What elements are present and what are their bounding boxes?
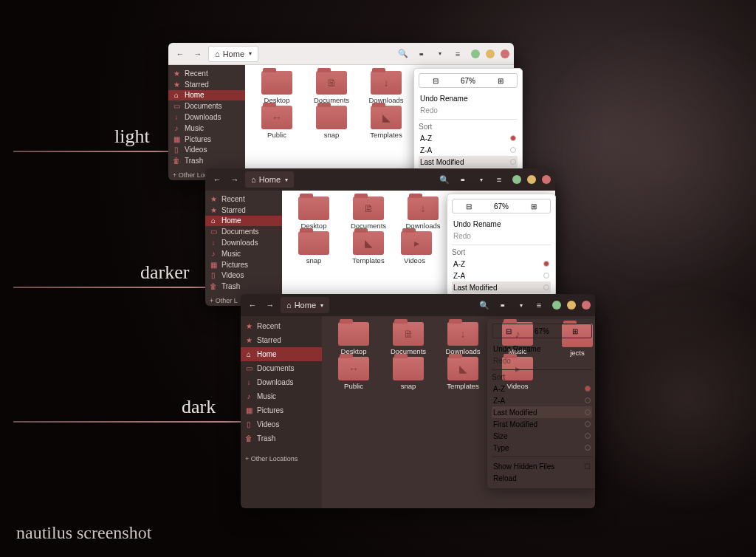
sidebar-item-starred[interactable]: ★Starred xyxy=(168,79,245,90)
path-home-chip[interactable]: ⌂ Home ▾ xyxy=(281,297,329,313)
folder-downloads[interactable]: ↓Downloads xyxy=(439,322,487,355)
view-dropdown[interactable]: ▾ xyxy=(433,47,447,61)
sidebar-item-downloads[interactable]: ↓Downloads xyxy=(205,237,282,248)
sidebar-item-music[interactable]: ♪Music xyxy=(168,123,245,134)
sort-last-modified[interactable]: Last Modified xyxy=(492,406,592,418)
menu-redo[interactable]: Redo xyxy=(452,230,551,242)
sidebar-item-downloads[interactable]: ↓Downloads xyxy=(241,375,322,389)
view-grid-button[interactable]: ▪▪ xyxy=(455,172,470,187)
search-button[interactable]: 🔍 xyxy=(437,172,452,187)
window-control-close[interactable] xyxy=(542,175,551,184)
window-control-max[interactable] xyxy=(486,49,495,58)
sort-az[interactable]: A-Z xyxy=(452,258,551,270)
sidebar-item-pictures[interactable]: ▦Pictures xyxy=(241,403,322,417)
sidebar-item-trash[interactable]: 🗑Trash xyxy=(241,431,322,445)
sidebar-item-home[interactable]: ⌂Home xyxy=(205,216,282,227)
folder-documents[interactable]: 🗎Documents xyxy=(344,197,393,230)
window-control-close[interactable] xyxy=(501,49,509,58)
sort-az[interactable]: A-Z xyxy=(419,132,518,144)
zoom-in-button[interactable]: ⊞ xyxy=(484,77,517,85)
hamburger-menu[interactable]: ≡ xyxy=(492,172,506,187)
folder-templates[interactable]: ◣Templates xyxy=(439,357,487,390)
hamburger-menu[interactable]: ≡ xyxy=(450,47,465,61)
sidebar-item-home[interactable]: ⌂Home xyxy=(168,90,245,101)
sort-last-modified[interactable]: Last Modified xyxy=(452,281,551,293)
sort-az[interactable]: A-Z xyxy=(492,383,592,394)
sort-za[interactable]: Z-A xyxy=(452,270,551,281)
sidebar-item-music[interactable]: ♪Music xyxy=(205,248,282,259)
folder-downloads[interactable]: ↓Downloads xyxy=(399,197,447,230)
folder-public[interactable]: ↔Public xyxy=(329,357,378,390)
sidebar-item-pictures[interactable]: ▦Pictures xyxy=(205,259,282,270)
sidebar-item-recent[interactable]: ★Recent xyxy=(168,68,245,79)
sidebar-item-music[interactable]: ♪Music xyxy=(241,389,322,403)
window-control-max[interactable] xyxy=(527,175,536,184)
menu-undo-rename[interactable]: Undo Rename xyxy=(492,343,592,355)
sidebar-item-documents[interactable]: ▭Documents xyxy=(168,100,245,112)
menu-undo-rename[interactable]: Undo Rename xyxy=(452,218,551,230)
back-button[interactable]: ← xyxy=(245,298,260,312)
folder-templates[interactable]: ◣Templates xyxy=(362,106,410,139)
folder-downloads[interactable]: ↓Downloads xyxy=(362,71,410,104)
path-home-chip[interactable]: ⌂ Home ▾ xyxy=(245,171,294,188)
sidebar-other-locations[interactable]: + Other Locations xyxy=(241,451,322,465)
window-control-min[interactable] xyxy=(552,301,561,310)
view-grid-button[interactable]: ▪▪ xyxy=(413,47,428,61)
search-button[interactable]: 🔍 xyxy=(396,47,410,61)
folder-templates[interactable]: ◣Templates xyxy=(344,231,393,264)
sort-last-modified[interactable]: Last Modified xyxy=(419,156,518,168)
folder-public[interactable]: ↔Public xyxy=(252,106,301,139)
folder-videos[interactable]: ▸Videos xyxy=(399,231,434,264)
sidebar-item-starred[interactable]: ★Starred xyxy=(241,333,322,347)
window-control-close[interactable] xyxy=(582,301,591,310)
forward-button[interactable]: → xyxy=(227,172,242,187)
sidebar-item-documents[interactable]: ▭Documents xyxy=(205,226,282,237)
menu-redo[interactable]: Redo xyxy=(419,104,518,116)
sidebar-item-videos[interactable]: ▯Videos xyxy=(241,417,322,431)
back-button[interactable]: ← xyxy=(210,172,224,187)
window-control-min[interactable] xyxy=(471,49,480,58)
folder-snap[interactable]: snap xyxy=(289,231,338,264)
sidebar-item-home[interactable]: ⌂Home xyxy=(241,347,322,361)
menu-redo[interactable]: Redo xyxy=(492,355,592,366)
search-button[interactable]: 🔍 xyxy=(477,298,492,312)
zoom-out-button[interactable]: ⊟ xyxy=(453,202,485,211)
sidebar-item-videos[interactable]: ▯Videos xyxy=(205,270,282,281)
menu-show-hidden[interactable]: Show Hidden Files☐ xyxy=(492,460,592,472)
back-button[interactable]: ← xyxy=(173,47,188,61)
menu-undo-rename[interactable]: Undo Rename xyxy=(419,92,518,104)
sort-za[interactable]: Z-A xyxy=(492,394,592,406)
view-dropdown[interactable]: ▾ xyxy=(514,298,529,312)
sort-first-modified[interactable]: First Modified xyxy=(492,418,592,430)
sidebar-item-starred[interactable]: ★Starred xyxy=(205,205,282,216)
menu-reload[interactable]: Reload xyxy=(492,472,592,484)
sidebar-item-documents[interactable]: ▭Documents xyxy=(241,361,322,375)
folder-snap[interactable]: snap xyxy=(307,106,356,139)
window-control-min[interactable] xyxy=(512,175,521,184)
sidebar-item-downloads[interactable]: ↓Downloads xyxy=(168,112,245,123)
folder-desktop[interactable]: Desktop xyxy=(329,322,378,355)
zoom-in-button[interactable]: ⊞ xyxy=(558,327,591,335)
folder-snap[interactable]: snap xyxy=(384,357,433,390)
folder-desktop[interactable]: Desktop xyxy=(252,71,301,104)
window-control-max[interactable] xyxy=(567,301,576,310)
folder-documents[interactable]: 🗎Documents xyxy=(384,322,433,355)
zoom-out-button[interactable]: ⊟ xyxy=(492,327,526,335)
sidebar-item-pictures[interactable]: ▦Pictures xyxy=(168,134,245,145)
sidebar-item-recent[interactable]: ★Recent xyxy=(205,194,282,205)
sidebar-item-recent[interactable]: ★Recent xyxy=(241,319,322,333)
sort-type[interactable]: Type xyxy=(492,442,592,454)
path-home-chip[interactable]: ⌂ Home ▾ xyxy=(208,46,258,62)
forward-button[interactable]: → xyxy=(263,298,278,312)
view-dropdown[interactable]: ▾ xyxy=(474,172,489,187)
zoom-in-button[interactable]: ⊞ xyxy=(518,202,550,211)
view-grid-button[interactable]: ▪▪ xyxy=(495,298,509,312)
sidebar-item-trash[interactable]: 🗑Trash xyxy=(205,281,282,292)
sidebar-item-videos[interactable]: ▯Videos xyxy=(168,145,245,156)
sidebar-item-trash[interactable]: 🗑Trash xyxy=(168,155,245,166)
hamburger-menu[interactable]: ≡ xyxy=(532,298,546,312)
sort-size[interactable]: Size xyxy=(492,430,592,442)
forward-button[interactable]: → xyxy=(190,47,205,61)
folder-documents[interactable]: 🗎Documents xyxy=(307,71,356,104)
zoom-out-button[interactable]: ⊟ xyxy=(419,77,452,85)
